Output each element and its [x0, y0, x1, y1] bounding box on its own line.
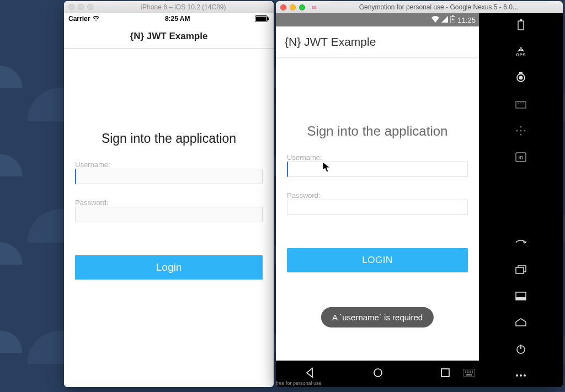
geny-logo-icon: ∞: [312, 3, 317, 11]
zoom-dot[interactable]: [299, 4, 305, 10]
keyboard-icon[interactable]: [463, 369, 475, 379]
mac-traffic-lights: [68, 4, 93, 10]
capture-video-icon[interactable]: [515, 98, 527, 110]
svg-text:ID: ID: [519, 155, 524, 160]
svg-rect-1: [256, 17, 266, 21]
free-for-personal-use-label: free for personal use: [276, 380, 322, 386]
android-screen: 11:25 {N} JWT Example Sign into the appl…: [276, 13, 479, 387]
minimize-dot[interactable]: [290, 4, 296, 10]
username-input[interactable]: [75, 169, 263, 184]
ios-simulator-window: iPhone 6 – iOS 10.2 (14C89) Carrier 8:25…: [64, 1, 274, 387]
ios-app-navbar: {N} JWT Example: [64, 24, 274, 49]
rotate-icon[interactable]: [515, 237, 527, 249]
svg-point-35: [516, 374, 518, 377]
login-button[interactable]: Login: [75, 255, 263, 280]
svg-point-14: [467, 372, 468, 373]
battery-charging-icon: [450, 15, 455, 25]
geny-window-titlebar[interactable]: ∞ Genymotion for personal use - Google N…: [276, 1, 563, 13]
password-input[interactable]: [75, 207, 263, 222]
login-button[interactable]: LOGIN: [287, 248, 468, 272]
android-app-navbar: {N} JWT Example: [276, 26, 479, 57]
home-icon[interactable]: [515, 316, 527, 329]
ios-app-title: {N} JWT Example: [130, 31, 208, 42]
username-label: Username:: [75, 160, 263, 169]
android-status-bar: 11:25: [276, 13, 479, 26]
svg-point-10: [467, 370, 468, 372]
back-button[interactable]: [305, 367, 316, 380]
svg-point-37: [524, 374, 526, 377]
svg-rect-4: [452, 15, 454, 17]
gps-widget-icon[interactable]: GPS: [515, 45, 527, 57]
svg-point-26: [524, 130, 526, 132]
gps-label: GPS: [516, 52, 526, 57]
svg-rect-22: [516, 101, 526, 108]
battery-icon: [255, 15, 269, 22]
camera-widget-icon[interactable]: [515, 72, 527, 84]
svg-rect-6: [441, 369, 449, 377]
svg-point-23: [520, 126, 522, 128]
wifi-icon: [431, 16, 439, 24]
geny-window-title: Genymotion for personal use - Google Nex…: [319, 3, 558, 11]
carrier-label: Carrier: [68, 15, 90, 23]
battery-widget-icon[interactable]: [515, 19, 527, 31]
svg-point-16: [472, 372, 473, 373]
signin-heading: Sign into the application: [75, 131, 263, 146]
android-clock: 11:25: [457, 16, 476, 24]
zoom-dot[interactable]: [87, 4, 93, 10]
more-icon[interactable]: [515, 369, 527, 382]
multiwindow-icon[interactable]: [515, 264, 527, 276]
minimize-dot[interactable]: [78, 4, 84, 10]
ios-app-content: Sign into the application Username: Pass…: [64, 49, 274, 387]
svg-point-25: [516, 130, 518, 132]
signal-icon: [441, 16, 448, 24]
ios-window-titlebar[interactable]: iPhone 6 – iOS 10.2 (14C89): [64, 1, 274, 13]
genymotion-sidebar: GPS ID: [479, 13, 563, 387]
password-label: Password:: [75, 198, 263, 207]
svg-point-36: [520, 374, 522, 377]
svg-point-12: [472, 370, 473, 372]
svg-point-11: [470, 370, 471, 372]
remote-control-icon[interactable]: [515, 125, 527, 137]
svg-rect-18: [520, 19, 522, 21]
wifi-icon: [92, 15, 100, 23]
toast-message: A `username` is required: [321, 307, 434, 327]
recents-button[interactable]: [440, 368, 450, 380]
ios-status-bar: Carrier 8:25 AM: [64, 13, 274, 24]
android-app-content: Sign into the application Username: Pass…: [276, 57, 479, 361]
svg-rect-2: [268, 18, 269, 20]
navbar-toggle-icon[interactable]: [515, 290, 527, 302]
svg-rect-30: [516, 267, 524, 273]
password-input[interactable]: [287, 200, 468, 215]
svg-rect-21: [519, 72, 523, 74]
svg-point-9: [465, 370, 466, 372]
svg-rect-17: [518, 21, 524, 30]
svg-point-24: [520, 134, 522, 136]
mac-traffic-lights: [280, 4, 305, 10]
svg-rect-8: [466, 374, 472, 375]
android-app-title: {N} JWT Example: [285, 35, 376, 49]
home-button[interactable]: [372, 367, 383, 380]
svg-point-20: [519, 76, 523, 80]
svg-point-13: [465, 372, 466, 373]
power-icon[interactable]: [515, 343, 527, 355]
close-dot[interactable]: [68, 4, 74, 10]
close-dot[interactable]: [280, 4, 286, 10]
ios-window-title: iPhone 6 – iOS 10.2 (14C89): [98, 3, 269, 11]
username-label: Username:: [287, 153, 468, 162]
svg-point-15: [470, 372, 471, 373]
genymotion-window: ∞ Genymotion for personal use - Google N…: [276, 1, 563, 387]
signin-heading: Sign into the application: [287, 123, 468, 139]
svg-rect-32: [516, 297, 526, 300]
password-label: Password:: [287, 191, 468, 200]
ios-clock: 8:25 AM: [165, 15, 190, 23]
username-input[interactable]: [287, 162, 468, 177]
identifier-widget-icon[interactable]: ID: [515, 151, 527, 163]
svg-point-27: [520, 130, 522, 132]
svg-point-5: [374, 369, 382, 377]
